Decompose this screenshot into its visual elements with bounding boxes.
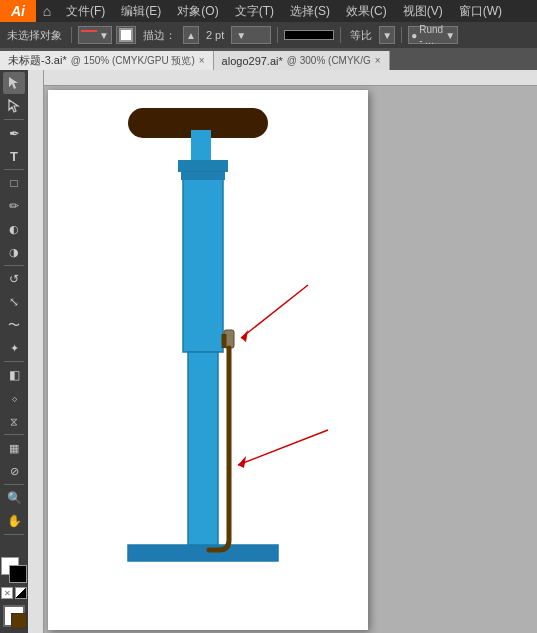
menu-file[interactable]: 文件(F) — [58, 0, 113, 22]
stroke-value: 2 pt — [203, 28, 227, 42]
stroke-up-button[interactable]: ▲ — [183, 26, 199, 44]
tab-alogo-close[interactable]: × — [375, 55, 381, 66]
menu-select[interactable]: 选择(S) — [282, 0, 338, 22]
tool-sep-4 — [4, 361, 24, 362]
tool-sep-5 — [4, 434, 24, 435]
tool-blend[interactable]: ⧖ — [3, 410, 25, 432]
tool-sep-3 — [4, 265, 24, 266]
stroke-label: 描边： — [140, 27, 179, 44]
toolbar: 未选择对象 ▼ 描边： ▲ 2 pt ▼ 等比 ▼ ● Rund - ... ▼ — [0, 22, 537, 48]
none-swatch[interactable]: ✕ — [1, 587, 13, 599]
svg-rect-7 — [188, 352, 218, 552]
color-swatches: ✕ — [1, 557, 27, 631]
ratio-dropdown[interactable]: ▼ — [379, 26, 395, 44]
tool-sep-7 — [4, 534, 24, 535]
canvas-area[interactable] — [28, 70, 537, 633]
svg-rect-4 — [178, 160, 228, 172]
tab-untitled[interactable]: 未标题-3.ai* @ 150% (CMYK/GPU 预览) × — [0, 51, 214, 70]
toolbar-separator-4 — [401, 27, 402, 43]
menu-view[interactable]: 视图(V) — [395, 0, 451, 22]
tool-sep-1 — [4, 119, 24, 120]
stroke-style-dropdown[interactable]: ▼ — [78, 26, 112, 44]
tab-alogo-subtitle: @ 300% (CMYK/G — [287, 55, 371, 66]
svg-rect-3 — [191, 130, 211, 165]
ratio-label: 等比 — [347, 27, 375, 44]
svg-line-13 — [238, 430, 328, 465]
tool-graph[interactable]: ▦ — [3, 437, 25, 459]
svg-line-11 — [241, 285, 308, 338]
main-menu: 文件(F) 编辑(E) 对象(O) 文字(T) 选择(S) 效果(C) 视图(V… — [58, 0, 510, 22]
toolbar-separator-3 — [340, 27, 341, 43]
tool-eyedropper[interactable]: ⬦ — [3, 387, 25, 409]
svg-marker-1 — [9, 100, 18, 112]
fill-box-dropdown[interactable] — [116, 26, 136, 44]
stroke-swatch[interactable] — [9, 565, 27, 583]
tool-brush[interactable]: ◐ — [3, 218, 25, 240]
tool-zoom[interactable]: 🔍 — [3, 487, 25, 509]
tool-pencil[interactable]: ✏ — [3, 195, 25, 217]
tool-sep-6 — [4, 484, 24, 485]
tab-untitled-label: 未标题-3.ai* — [8, 53, 67, 68]
artboard — [48, 90, 368, 630]
tool-direct-select[interactable] — [3, 95, 25, 117]
tool-pen[interactable]: ✒ — [3, 122, 25, 144]
tool-rectangle[interactable]: □ — [3, 172, 25, 194]
stroke-fill-indicator[interactable] — [3, 605, 25, 627]
ruler-horizontal — [28, 70, 537, 86]
menu-bar: Ai ⌂ 文件(F) 编辑(E) 对象(O) 文字(T) 选择(S) 效果(C)… — [0, 0, 537, 22]
ruler-vertical — [28, 70, 44, 633]
rund-dropdown[interactable]: ● Rund - ... ▼ — [408, 26, 458, 44]
tool-gradient[interactable]: ◧ — [3, 364, 25, 386]
main-area: ✒ T □ ✏ ◐ ◑ ↺ ⤡ 〜 ✦ ◧ ⬦ ⧖ ▦ ⊘ 🔍 ✋ ✕ — [0, 70, 537, 633]
svg-rect-8 — [128, 545, 278, 561]
tab-alogo-label: alogo297.ai* — [222, 55, 283, 67]
tool-slice[interactable]: ⊘ — [3, 460, 25, 482]
svg-marker-14 — [238, 456, 246, 468]
tab-untitled-close[interactable]: × — [199, 55, 205, 66]
tool-puppet[interactable]: ✦ — [3, 337, 25, 359]
menu-object[interactable]: 对象(O) — [169, 0, 226, 22]
app-logo: Ai — [0, 0, 36, 22]
tool-blob-brush[interactable]: ◑ — [3, 241, 25, 263]
toolbar-separator-2 — [277, 27, 278, 43]
tab-bar: 未标题-3.ai* @ 150% (CMYK/GPU 预览) × alogo29… — [0, 48, 537, 70]
tool-select[interactable] — [3, 72, 25, 94]
stroke-preview — [284, 30, 334, 40]
home-icon[interactable]: ⌂ — [36, 0, 58, 22]
tool-warp[interactable]: 〜 — [3, 314, 25, 336]
tool-type[interactable]: T — [3, 145, 25, 167]
svg-marker-12 — [241, 330, 248, 342]
tool-scale[interactable]: ⤡ — [3, 291, 25, 313]
svg-rect-6 — [181, 172, 225, 180]
toolbox: ✒ T □ ✏ ◐ ◑ ↺ ⤡ 〜 ✦ ◧ ⬦ ⧖ ▦ ⊘ 🔍 ✋ ✕ — [0, 70, 28, 633]
menu-text[interactable]: 文字(T) — [227, 0, 282, 22]
gradient-swatch[interactable] — [15, 587, 27, 599]
tool-hand[interactable]: ✋ — [3, 510, 25, 532]
menu-window[interactable]: 窗口(W) — [451, 0, 510, 22]
tool-rotate[interactable]: ↺ — [3, 268, 25, 290]
menu-edit[interactable]: 编辑(E) — [113, 0, 169, 22]
svg-marker-0 — [9, 77, 18, 89]
menu-effect[interactable]: 效果(C) — [338, 0, 395, 22]
pump-illustration — [48, 90, 368, 630]
swatch-area[interactable] — [1, 557, 27, 583]
tab-alogo[interactable]: alogo297.ai* @ 300% (CMYK/G × — [214, 51, 390, 70]
stroke-value-dropdown[interactable]: ▼ — [231, 26, 271, 44]
no-selection-label: 未选择对象 — [4, 27, 65, 44]
tab-untitled-subtitle: @ 150% (CMYK/GPU 预览) — [71, 54, 195, 68]
toolbar-separator-1 — [71, 27, 72, 43]
svg-rect-5 — [183, 172, 223, 352]
tool-sep-2 — [4, 169, 24, 170]
